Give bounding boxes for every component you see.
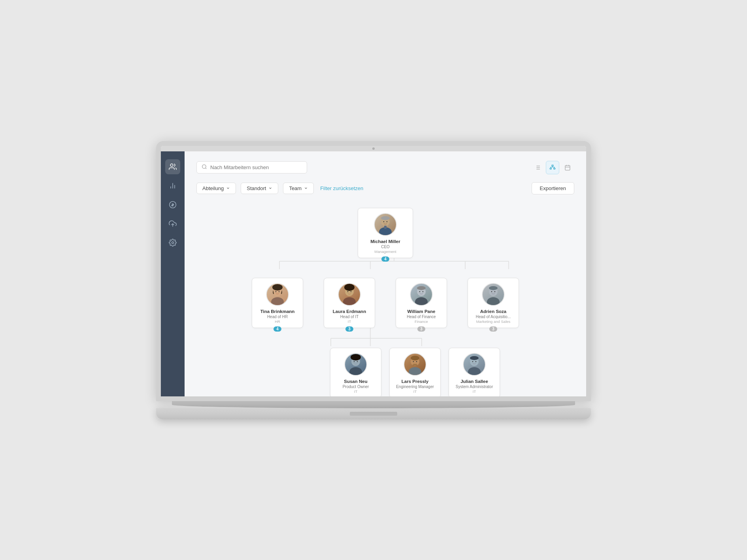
laura-title: Head of IT [340, 315, 359, 319]
svg-point-72 [411, 356, 419, 360]
sidebar-icon-dollar[interactable] [165, 197, 180, 212]
ceo-badge[interactable]: 4 [381, 256, 389, 262]
svg-point-42 [381, 216, 390, 220]
svg-point-51 [343, 297, 356, 305]
ceo-avatar [374, 213, 397, 236]
laura-dept: IT [348, 319, 351, 324]
level1: Tina Brinkmann Head of HR HR 4 [196, 278, 574, 328]
julian-title: System Administrator [456, 385, 493, 389]
william-card[interactable]: William Pane Head of Finance Finance 3 [396, 278, 447, 328]
laptop-trackpad [350, 412, 397, 416]
laptop-container: Abteilung Standort Team Filter zurückset… [156, 141, 591, 419]
laptop-base [156, 408, 591, 419]
svg-point-46 [271, 297, 284, 305]
adrien-avatar [482, 283, 505, 306]
adrien-dept: Marketing and Sales [476, 319, 511, 324]
adrien-card[interactable]: Adrien Soza Head of Acquisitio... Market… [468, 278, 519, 328]
lars-avatar [404, 353, 426, 376]
list-view-button[interactable] [531, 161, 544, 174]
laptop-hinge [172, 401, 575, 408]
svg-point-62 [489, 286, 498, 290]
julian-dept: IT [473, 389, 476, 394]
lars-card[interactable]: Lars Pressly Engineering Manager IT 4 [389, 348, 441, 396]
svg-point-44 [387, 221, 387, 222]
main-content: Abteilung Standort Team Filter zurückset… [185, 151, 586, 396]
william-avatar [410, 283, 433, 306]
search-box[interactable] [196, 161, 307, 173]
sidebar [161, 151, 185, 396]
laptop-screen: Abteilung Standort Team Filter zurückset… [161, 151, 586, 396]
laura-avatar [338, 283, 361, 306]
sidebar-icon-settings[interactable] [165, 235, 180, 250]
sidebar-icon-chart[interactable] [165, 178, 180, 193]
svg-rect-18 [554, 168, 555, 169]
org-view-button[interactable] [546, 161, 559, 174]
svg-point-54 [351, 291, 351, 292]
adrien-badge[interactable]: 3 [489, 326, 497, 332]
ceo-dept: Management [374, 249, 396, 254]
svg-point-69 [357, 361, 358, 362]
adrien-title: Head of Acquisitio... [476, 315, 511, 319]
svg-rect-24 [565, 165, 570, 170]
ceo-card[interactable]: Michael Miller CEO Management 4 [358, 208, 413, 258]
susan-title: Product Owner [343, 385, 369, 389]
susan-avatar [344, 353, 367, 376]
calendar-view-button[interactable] [561, 161, 574, 174]
svg-point-77 [468, 367, 481, 375]
tina-title: Head of HR [267, 315, 288, 319]
svg-point-7 [172, 241, 174, 243]
svg-point-71 [409, 367, 421, 375]
tina-dept: HR [275, 319, 280, 324]
svg-point-67 [351, 354, 361, 360]
svg-rect-41 [384, 226, 387, 229]
svg-point-59 [423, 291, 423, 292]
svg-point-79 [472, 361, 473, 362]
william-title: Head of Finance [407, 315, 436, 319]
adrien-name: Adrien Soza [480, 309, 506, 314]
william-dept: Finance [415, 319, 428, 324]
svg-point-61 [487, 297, 500, 305]
filter-reset[interactable]: Filter zurücksetzen [320, 185, 363, 191]
standort-filter[interactable]: Standort [241, 183, 278, 194]
svg-point-63 [491, 291, 492, 292]
sidebar-icon-cloud[interactable] [165, 216, 180, 231]
julian-avatar [463, 353, 486, 376]
team-filter[interactable]: Team [283, 183, 314, 194]
view-icons [531, 161, 574, 174]
ceo-name: Michael Miller [370, 239, 400, 244]
search-icon [202, 164, 207, 171]
search-input[interactable] [210, 164, 302, 170]
export-button[interactable]: Exportieren [532, 182, 574, 194]
sidebar-icon-people[interactable] [165, 159, 180, 174]
svg-point-52 [344, 284, 355, 291]
svg-point-78 [470, 356, 479, 360]
susan-dept: IT [354, 389, 357, 394]
tina-card[interactable]: Tina Brinkmann Head of HR HR 4 [252, 278, 303, 328]
svg-point-80 [475, 361, 476, 362]
svg-line-9 [206, 168, 207, 169]
svg-rect-75 [413, 364, 417, 366]
top-bar [196, 161, 574, 174]
susan-card[interactable]: Susan Neu Product Owner IT [330, 348, 381, 396]
svg-point-73 [413, 361, 414, 362]
tina-badge[interactable]: 4 [274, 326, 281, 332]
ceo-title: CEO [381, 245, 390, 249]
lars-title: Engineering Manager [396, 385, 434, 389]
lars-name: Lars Pressly [402, 379, 428, 384]
svg-point-48 [275, 291, 276, 292]
susan-name: Susan Neu [344, 379, 367, 384]
laura-name: Laura Erdmann [333, 309, 366, 314]
svg-rect-16 [552, 165, 553, 166]
ceo-level: Michael Miller CEO Management 4 [196, 204, 574, 258]
svg-point-58 [419, 291, 420, 292]
svg-point-68 [354, 361, 355, 362]
william-badge[interactable]: 3 [417, 326, 425, 332]
screen-bezel: Abteilung Standort Team Filter zurückset… [156, 141, 591, 401]
tina-avatar [266, 283, 289, 306]
svg-point-66 [349, 367, 362, 375]
svg-point-0 [170, 164, 173, 166]
laura-badge[interactable]: 3 [345, 326, 353, 332]
laura-card[interactable]: Laura Erdmann Head of IT IT 3 [324, 278, 375, 328]
julian-card[interactable]: Julian Sallee System Administrator IT 1 [449, 348, 500, 396]
abteilung-filter[interactable]: Abteilung [196, 183, 236, 194]
